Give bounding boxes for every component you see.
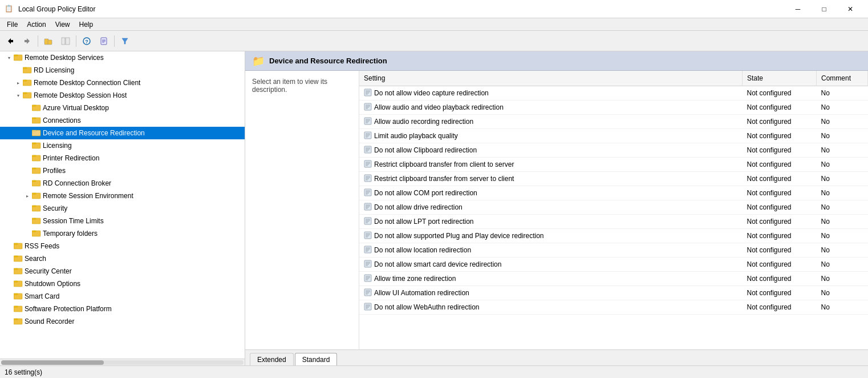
forward-icon (23, 37, 31, 45)
tree-item-sound-recorder[interactable]: Sound Recorder (0, 315, 245, 328)
table-row[interactable]: Allow UI Automation redirectionNot confi… (359, 286, 868, 300)
tree-label-session-time-limits: Session Time Limits (43, 217, 104, 225)
tree-expand-remote-session-environment[interactable]: ▸ (23, 191, 32, 200)
tree-item-software-protection-platform[interactable]: Software Protection Platform (0, 303, 245, 315)
table-row[interactable]: Do not allow smart card device redirecti… (359, 258, 868, 272)
tree-item-remote-desktop-session-host[interactable]: ▾ Remote Desktop Session Host (0, 89, 245, 102)
tree-item-shutdown-options[interactable]: Shutdown Options (0, 278, 245, 290)
table-row[interactable]: Allow audio recording redirectionNot con… (359, 115, 868, 129)
tree-item-rd-connection-broker[interactable]: RD Connection Broker (0, 177, 245, 190)
svg-marker-14 (122, 38, 128, 44)
setting-comment: No (817, 215, 868, 229)
back-button[interactable] (2, 33, 18, 49)
tree-item-remote-session-environment[interactable]: ▸ Remote Session Environment (0, 190, 245, 202)
setting-state: Not configured (743, 158, 817, 172)
tree-item-printer-redirection[interactable]: Printer Redirection (0, 152, 245, 164)
policy-icon (364, 131, 372, 140)
help-button[interactable]: ? (79, 33, 95, 49)
close-button[interactable]: ✕ (837, 0, 863, 18)
forward-button[interactable] (19, 33, 35, 49)
tree-expand-rd-connection-broker (23, 179, 32, 188)
tree-expand-printer-redirection (23, 154, 32, 163)
folder-icon-session-time-limits (32, 216, 41, 226)
bottom-tabs: Extended Standard (245, 349, 868, 365)
maximize-button[interactable]: □ (811, 0, 837, 18)
filter-button[interactable] (117, 33, 133, 49)
tree-item-licensing[interactable]: Licensing (0, 139, 245, 152)
setting-state: Not configured (743, 172, 817, 186)
properties-button[interactable] (96, 33, 112, 49)
folder-icon-search (14, 254, 23, 263)
tree-label-azure-virtual-desktop: Azure Virtual Desktop (43, 104, 109, 112)
tree-item-connections[interactable]: Connections (0, 114, 245, 127)
tree-item-session-time-limits[interactable]: Session Time Limits (0, 215, 245, 227)
setting-name: Do not allow WebAuthn redirection (374, 303, 480, 311)
tree-item-security[interactable]: Security (0, 202, 245, 215)
tab-extended[interactable]: Extended (250, 353, 294, 365)
tree-expand-smart-card (5, 292, 14, 301)
setting-name: Restrict clipboard transfer from client … (374, 160, 514, 168)
table-row[interactable]: Limit audio playback qualityNot configur… (359, 129, 868, 143)
browse-icon (44, 37, 53, 45)
svg-rect-114 (364, 246, 371, 253)
col-header-comment[interactable]: Comment (817, 71, 868, 86)
table-row[interactable]: Do not allow WebAuthn redirectionNot con… (359, 300, 868, 315)
menu-view[interactable]: View (51, 19, 75, 30)
tree-item-profiles[interactable]: Profiles (0, 164, 245, 177)
svg-rect-1 (11, 40, 13, 42)
table-row[interactable]: Do not allow COM port redirectionNot con… (359, 186, 868, 200)
tree-label-security: Security (43, 204, 67, 212)
setting-name: Do not allow COM port redirection (374, 189, 477, 197)
svg-rect-5 (48, 40, 52, 45)
settings-table: Setting State Comment Do not allow video… (359, 71, 868, 315)
table-row[interactable]: Do not allow location redirectionNot con… (359, 243, 868, 258)
app-icon: 📋 (5, 5, 14, 14)
setting-comment: No (817, 186, 868, 200)
col-header-setting[interactable]: Setting (359, 71, 743, 86)
tree-item-device-and-resource-redirection[interactable]: Device and Resource Redirection (0, 127, 245, 139)
policy-icon (364, 146, 372, 155)
scrollbar-thumb[interactable] (1, 360, 104, 365)
tree-expand-remote-desktop-connection-client[interactable]: ▸ (14, 78, 23, 87)
svg-rect-3 (25, 40, 27, 42)
menu-action[interactable]: Action (22, 19, 50, 30)
tree-item-azure-virtual-desktop[interactable]: Azure Virtual Desktop (0, 102, 245, 114)
table-row[interactable]: Do not allow drive redirectionNot config… (359, 200, 868, 215)
table-row[interactable]: Do not allow video capture redirectionNo… (359, 86, 868, 100)
table-row[interactable]: Do not allow LPT port redirectionNot con… (359, 215, 868, 229)
menu-help[interactable]: Help (75, 19, 98, 30)
col-header-state[interactable]: State (743, 71, 817, 86)
table-row[interactable]: Do not allow supported Plug and Play dev… (359, 229, 868, 243)
policy-icon (364, 160, 372, 169)
tree-item-security-center[interactable]: Security Center (0, 265, 245, 278)
tree-expand-remote-desktop-session-host[interactable]: ▾ (14, 91, 23, 100)
tree-label-rss-feeds: RSS Feeds (25, 242, 59, 250)
tree-item-remote-desktop-connection-client[interactable]: ▸ Remote Desktop Connection Client (0, 77, 245, 89)
tree-item-remote-desktop-services[interactable]: ▾ Remote Desktop Services (0, 51, 245, 64)
table-row[interactable]: Do not allow Clipboard redirectionNot co… (359, 143, 868, 158)
table-row[interactable]: Restrict clipboard transfer from client … (359, 158, 868, 172)
settings-table-area[interactable]: Setting State Comment Do not allow video… (359, 71, 868, 349)
table-row[interactable]: Allow time zone redirectionNot configure… (359, 272, 868, 286)
help-icon: ? (83, 37, 91, 45)
minimize-button[interactable]: ─ (785, 0, 811, 18)
tab-standard[interactable]: Standard (295, 353, 338, 365)
tree-item-smart-card[interactable]: Smart Card (0, 290, 245, 303)
table-row[interactable]: Restrict clipboard transfer from server … (359, 172, 868, 186)
setting-state: Not configured (743, 258, 817, 272)
tree-item-rss-feeds[interactable]: RSS Feeds (0, 240, 245, 252)
menu-file[interactable]: File (2, 19, 22, 30)
folder-icon-remote-desktop-services (14, 53, 23, 62)
tree-label-search: Search (25, 255, 46, 263)
folder-icon-shutdown-options (14, 279, 23, 288)
show-hide-tree-button[interactable] (58, 33, 74, 49)
content-header-title: Device and Resource Redirection (269, 57, 387, 65)
toolbar-separator-2 (76, 35, 76, 47)
tree-item-rd-licensing[interactable]: RD Licensing (0, 64, 245, 77)
tree-expand-remote-desktop-services[interactable]: ▾ (5, 53, 14, 62)
table-row[interactable]: Allow audio and video playback redirecti… (359, 100, 868, 115)
browse-button[interactable] (40, 33, 56, 49)
tree-item-temporary-folders[interactable]: Temporary folders (0, 227, 245, 240)
tree-item-search[interactable]: Search (0, 252, 245, 265)
tree-horizontal-scrollbar[interactable] (0, 359, 245, 365)
